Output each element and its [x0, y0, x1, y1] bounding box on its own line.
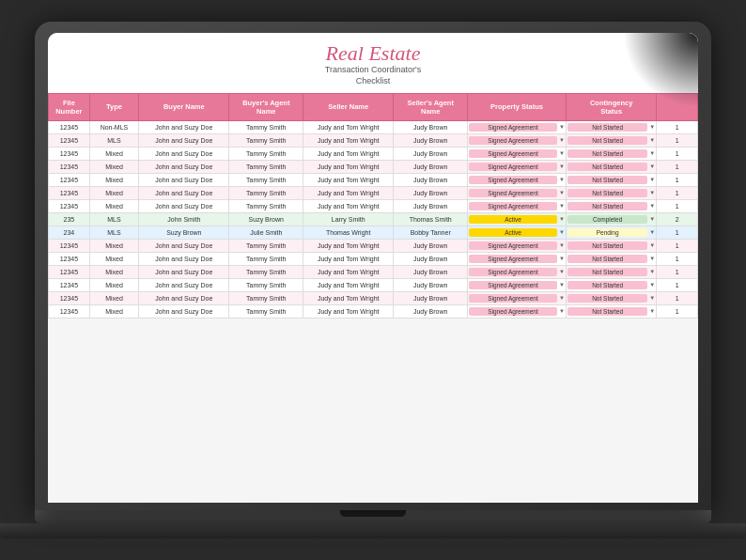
- cell-type: Mixed: [89, 147, 138, 160]
- cell-file-number: 12345: [49, 186, 90, 199]
- cell-extra: 1: [657, 304, 698, 318]
- cell-contingency-status[interactable]: Not Started ▼: [567, 147, 657, 160]
- cell-file-number: 12345: [49, 120, 90, 133]
- cell-extra: 1: [657, 239, 698, 252]
- cell-contingency-status[interactable]: Not Started ▼: [567, 120, 657, 133]
- table-row: 12345 Mixed John and Suzy Doe Tammy Smit…: [49, 252, 698, 265]
- cell-contingency-status[interactable]: Not Started ▼: [567, 239, 657, 252]
- cell-property-status[interactable]: Active ▼: [468, 226, 567, 239]
- cell-contingency-status[interactable]: Pending ▼: [567, 226, 657, 239]
- laptop-screen: Real Estate Transaction Coordinator's Ch…: [35, 22, 711, 510]
- cell-sellers-agent: Judy Brown: [394, 199, 468, 212]
- cell-file-number: 12345: [49, 291, 90, 304]
- cell-buyers-agent: Tammy Smith: [229, 199, 303, 212]
- cell-sellers-agent: Judy Brown: [394, 173, 468, 186]
- cell-property-status[interactable]: Signed Agreement ▼: [468, 291, 567, 304]
- cell-buyer-name: John and Suzy Doe: [139, 304, 229, 318]
- cell-property-status[interactable]: Signed Agreement ▼: [468, 199, 567, 212]
- cell-property-status[interactable]: Signed Agreement ▼: [468, 304, 567, 318]
- prop-status-dropdown-icon[interactable]: ▼: [559, 177, 565, 182]
- cell-property-status[interactable]: Active ▼: [468, 212, 567, 226]
- cell-seller-name: Judy and Tom Wright: [303, 252, 394, 265]
- cont-status-dropdown-icon[interactable]: ▼: [649, 190, 655, 195]
- cell-contingency-status[interactable]: Not Started ▼: [567, 291, 657, 304]
- cont-status-dropdown-icon[interactable]: ▼: [649, 269, 655, 274]
- cont-status-dropdown-icon[interactable]: ▼: [649, 216, 655, 222]
- cell-property-status[interactable]: Signed Agreement ▼: [468, 252, 567, 265]
- cont-status-dropdown-icon[interactable]: ▼: [649, 295, 655, 301]
- prop-status-dropdown-icon[interactable]: ▼: [559, 124, 565, 130]
- cont-status-dropdown-icon[interactable]: ▼: [649, 124, 655, 130]
- cont-status-dropdown-icon[interactable]: ▼: [649, 137, 655, 143]
- cell-contingency-status[interactable]: Not Started ▼: [567, 160, 657, 173]
- cell-buyer-name: John and Suzy Doe: [139, 147, 229, 160]
- prop-status-dropdown-icon[interactable]: ▼: [559, 242, 565, 248]
- cont-status-dropdown-icon[interactable]: ▼: [649, 150, 655, 156]
- cell-property-status[interactable]: Signed Agreement ▼: [468, 278, 567, 291]
- cell-property-status[interactable]: Signed Agreement ▼: [468, 186, 567, 199]
- cell-contingency-status[interactable]: Not Started ▼: [567, 199, 657, 212]
- col-header-buyer-name: Buyer Name: [139, 93, 229, 120]
- prop-status-dropdown-icon[interactable]: ▼: [559, 216, 565, 222]
- prop-status-dropdown-icon[interactable]: ▼: [559, 269, 565, 274]
- cell-seller-name: Judy and Tom Wright: [303, 173, 394, 186]
- cell-property-status[interactable]: Signed Agreement ▼: [468, 265, 567, 278]
- table-row: 12345 Mixed John and Suzy Doe Tammy Smit…: [49, 173, 698, 186]
- cell-contingency-status[interactable]: Not Started ▼: [567, 133, 657, 147]
- col-header-file-number: FileNumber: [49, 93, 90, 120]
- cell-buyers-agent: Tammy Smith: [229, 265, 303, 278]
- prop-status-dropdown-icon[interactable]: ▼: [559, 150, 565, 156]
- cell-type: Mixed: [89, 291, 138, 304]
- cell-contingency-status[interactable]: Not Started ▼: [567, 252, 657, 265]
- cont-status-dropdown-icon[interactable]: ▼: [649, 203, 655, 209]
- table-row: 234 MLS Suzy Brown Julie Smith Thomas Wr…: [49, 226, 698, 239]
- prop-status-dropdown-icon[interactable]: ▼: [559, 190, 565, 195]
- cell-contingency-status[interactable]: Not Started ▼: [567, 173, 657, 186]
- cont-status-dropdown-icon[interactable]: ▼: [649, 229, 655, 235]
- cell-property-status[interactable]: Signed Agreement ▼: [468, 160, 567, 173]
- laptop-base: [35, 510, 711, 523]
- prop-status-dropdown-icon[interactable]: ▼: [559, 163, 565, 169]
- prop-status-dropdown-icon[interactable]: ▼: [559, 295, 565, 301]
- table-row: 12345 Mixed John and Suzy Doe Tammy Smit…: [49, 147, 698, 160]
- cell-file-number: 12345: [49, 147, 90, 160]
- cell-type: Mixed: [89, 186, 138, 199]
- table-header-row: FileNumber Type Buyer Name Buyer's Agent…: [49, 93, 698, 120]
- cont-status-dropdown-icon[interactable]: ▼: [649, 242, 655, 248]
- cell-extra: 1: [657, 199, 698, 212]
- prop-status-dropdown-icon[interactable]: ▼: [559, 203, 565, 209]
- cell-sellers-agent: Judy Brown: [394, 291, 468, 304]
- cell-property-status[interactable]: Signed Agreement ▼: [468, 239, 567, 252]
- cell-contingency-status[interactable]: Not Started ▼: [567, 278, 657, 291]
- cell-extra: 2: [657, 212, 698, 226]
- prop-status-dropdown-icon[interactable]: ▼: [559, 256, 565, 261]
- cell-contingency-status[interactable]: Not Started ▼: [567, 304, 657, 318]
- prop-status-dropdown-icon[interactable]: ▼: [559, 137, 565, 143]
- cell-contingency-status[interactable]: Not Started ▼: [567, 265, 657, 278]
- cell-property-status[interactable]: Signed Agreement ▼: [468, 133, 567, 147]
- table-row: 235 MLS John Smith Suzy Brown Larry Smit…: [49, 212, 698, 226]
- cell-buyer-name: John and Suzy Doe: [139, 278, 229, 291]
- cont-status-dropdown-icon[interactable]: ▼: [649, 177, 655, 182]
- cell-contingency-status[interactable]: Completed ▼: [567, 212, 657, 226]
- prop-status-dropdown-icon[interactable]: ▼: [559, 308, 565, 314]
- cell-contingency-status[interactable]: Not Started ▼: [567, 186, 657, 199]
- title-subtitle: Transaction Coordinator's Checklist: [67, 65, 679, 86]
- cell-file-number: 12345: [49, 304, 90, 318]
- cont-status-dropdown-icon[interactable]: ▼: [649, 163, 655, 169]
- cell-buyer-name: John and Suzy Doe: [139, 239, 229, 252]
- prop-status-dropdown-icon[interactable]: ▼: [559, 229, 565, 235]
- cell-buyer-name: John and Suzy Doe: [139, 133, 229, 147]
- table-row: 12345 Non-MLS John and Suzy Doe Tammy Sm…: [49, 120, 698, 133]
- cell-property-status[interactable]: Signed Agreement ▼: [468, 120, 567, 133]
- cell-buyers-agent: Tammy Smith: [229, 304, 303, 318]
- cell-file-number: 12345: [49, 173, 90, 186]
- cell-property-status[interactable]: Signed Agreement ▼: [468, 147, 567, 160]
- cont-status-dropdown-icon[interactable]: ▼: [649, 256, 655, 261]
- cell-sellers-agent: Judy Brown: [394, 278, 468, 291]
- table-row: 12345 Mixed John and Suzy Doe Tammy Smit…: [49, 199, 698, 212]
- cont-status-dropdown-icon[interactable]: ▼: [649, 308, 655, 314]
- cont-status-dropdown-icon[interactable]: ▼: [649, 282, 655, 288]
- prop-status-dropdown-icon[interactable]: ▼: [559, 282, 565, 288]
- cell-property-status[interactable]: Signed Agreement ▼: [468, 173, 567, 186]
